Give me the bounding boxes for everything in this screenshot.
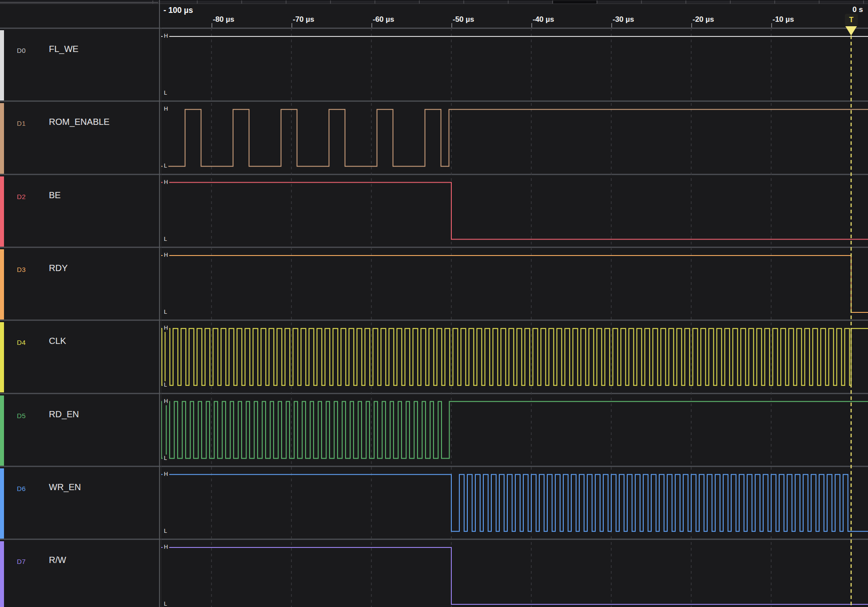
trigger-badge[interactable]: T (845, 14, 858, 26)
level-high-label: H (163, 105, 169, 113)
level-low-label: L (163, 527, 168, 535)
level-high-label: H (163, 32, 169, 40)
waveform-trace-D2[interactable] (161, 183, 868, 240)
waveform-trace-D5[interactable] (161, 402, 868, 459)
level-low-label: L (163, 600, 168, 607)
level-low-label: L (163, 308, 168, 316)
panel-splitter[interactable] (159, 0, 160, 607)
level-high-label: H (163, 324, 169, 332)
level-low-label: L (163, 455, 168, 462)
level-low-label: L (163, 89, 168, 97)
level-low-label: L (163, 162, 168, 170)
level-high-label: H (163, 471, 169, 478)
level-high-label: H (163, 179, 169, 186)
waveform-trace-D3[interactable] (161, 256, 868, 312)
level-high-label: H (163, 398, 169, 405)
waveform-trace-D1[interactable] (161, 109, 868, 166)
level-low-label: L (163, 381, 168, 389)
level-high-label: H (163, 252, 169, 259)
level-low-label: L (163, 236, 168, 243)
level-high-label: H (163, 543, 169, 551)
waveform-left-edge (161, 28, 161, 607)
waveform-trace-D6[interactable] (161, 475, 868, 531)
waveform-trace-D7[interactable] (161, 547, 868, 604)
waveform-trace-D4[interactable] (161, 328, 868, 385)
logic-analyzer-app: { "timeline": { "major_label": "- 100 µs… (0, 0, 868, 607)
waveform-canvas[interactable] (0, 0, 868, 607)
